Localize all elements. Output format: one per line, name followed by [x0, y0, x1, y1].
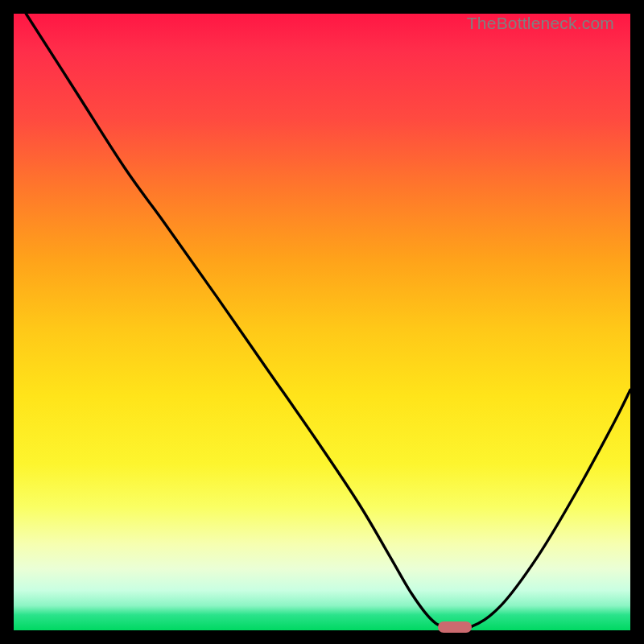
chart-frame: TheBottleneck.com [0, 0, 644, 644]
plot-area: TheBottleneck.com [14, 14, 630, 630]
bottleneck-curve [14, 14, 630, 630]
watermark-text: TheBottleneck.com [467, 14, 614, 33]
optimal-marker [438, 621, 472, 633]
